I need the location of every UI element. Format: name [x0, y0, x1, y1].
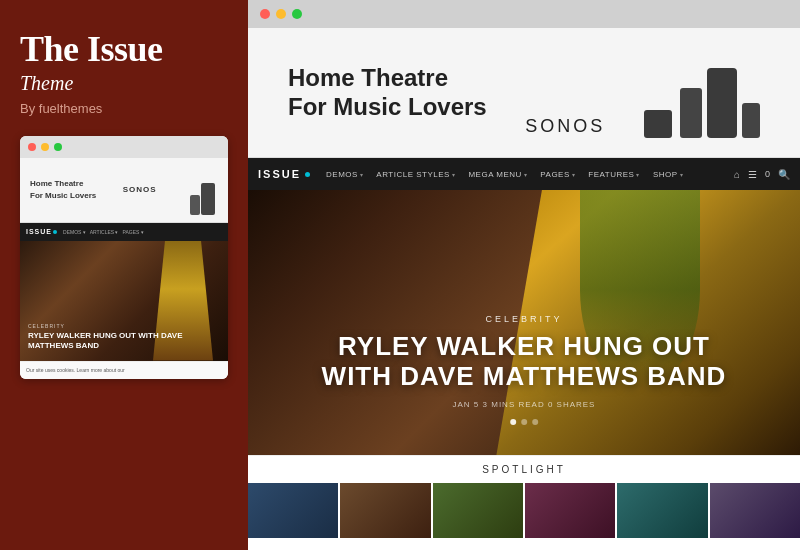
- hero-dot-3[interactable]: [532, 419, 538, 425]
- main-content: Home Theatre For Music Lovers SONOS ISSU…: [248, 0, 800, 550]
- thumb-1[interactable]: [248, 483, 340, 538]
- ad-brand-name: SONOS: [525, 116, 605, 137]
- hero-title: RYLEY WALKER HUNG OUT WITH DAVE MATTHEWS…: [303, 332, 745, 392]
- nav-item-shop-label: SHOP: [653, 170, 678, 179]
- mini-ad-device: [183, 165, 218, 215]
- mini-nav-dot: [53, 230, 57, 234]
- mini-dot-yellow: [41, 143, 49, 151]
- nav-pages-chevron: ▾: [572, 171, 576, 178]
- site-nav: ISSUE DEMOS ▾ ARTICLE STYLES ▾ MEGA MENU…: [248, 158, 800, 190]
- hero-category: CELEBRITY: [303, 314, 745, 324]
- nav-item-demos-label: DEMOS: [326, 170, 358, 179]
- mini-nav-link: DEMOS ▾: [63, 229, 86, 235]
- spotlight-label: SPOTLIGHT: [482, 464, 566, 475]
- nav-search-icon[interactable]: 🔍: [778, 169, 790, 180]
- nav-cart-icon[interactable]: ☰: [748, 169, 757, 180]
- nav-item-articles-label: ARTICLE STYLES: [376, 170, 450, 179]
- hero-dot-1[interactable]: [510, 419, 516, 425]
- ad-device-container: [644, 48, 760, 138]
- hero-dots: [303, 419, 745, 425]
- mini-hero: CELEBRITY RYLEY WALKER HUNG OUT WITH DAV…: [20, 241, 228, 361]
- mini-nav-link: ARTICLES ▾: [90, 229, 119, 235]
- speaker-main: [707, 68, 737, 138]
- nav-item-demos[interactable]: DEMOS ▾: [320, 170, 369, 179]
- hero-meta: JAN 5 3 MINS READ 0 SHARES: [303, 400, 745, 409]
- nav-shop-chevron: ▾: [680, 171, 684, 178]
- mini-cookie-bar: Our site uses cookies. Learn more about …: [20, 361, 228, 379]
- mini-nav-logo: ISSUE: [26, 228, 52, 235]
- nav-item-features-label: FEATURES: [588, 170, 634, 179]
- thumb-2[interactable]: [340, 483, 432, 538]
- mini-browser-preview: Home Theatre For Music Lovers SONOS ISSU…: [20, 136, 228, 379]
- mini-speaker-main: [201, 183, 215, 215]
- hero-dot-2[interactable]: [521, 419, 527, 425]
- mini-nav-link: PAGES ▾: [123, 229, 144, 235]
- theme-author: By fuelthemes: [20, 101, 228, 116]
- thumb-3[interactable]: [433, 483, 525, 538]
- nav-demos-chevron: ▾: [360, 171, 364, 178]
- nav-mega-chevron: ▾: [524, 171, 528, 178]
- hero-title-line1: RYLEY WALKER HUNG OUT: [303, 332, 745, 362]
- nav-item-articles[interactable]: ARTICLE STYLES ▾: [370, 170, 461, 179]
- nav-logo[interactable]: ISSUE: [258, 168, 301, 180]
- hero-title-line2: WITH DAVE MATTHEWS BAND: [303, 362, 745, 392]
- speaker-cube: [644, 110, 672, 138]
- speaker-small: [680, 88, 702, 138]
- nav-logo-dot: [305, 172, 310, 177]
- ad-title-line2: For Music Lovers: [288, 93, 487, 122]
- spotlight-bar: SPOTLIGHT: [248, 455, 800, 483]
- hero-section[interactable]: CELEBRITY RYLEY WALKER HUNG OUT WITH DAV…: [248, 190, 800, 455]
- mini-dot-green: [54, 143, 62, 151]
- browser-dot-green[interactable]: [292, 9, 302, 19]
- hero-overlay: CELEBRITY RYLEY WALKER HUNG OUT WITH DAV…: [303, 314, 745, 425]
- nav-item-pages-label: PAGES: [540, 170, 569, 179]
- mini-ad-text-2: For Music Lovers: [30, 190, 96, 201]
- nav-item-features[interactable]: FEATURES ▾: [582, 170, 646, 179]
- browser-content-area: Home Theatre For Music Lovers SONOS ISSU…: [248, 28, 800, 550]
- nav-cart-count: 0: [765, 169, 770, 179]
- thumb-4[interactable]: [525, 483, 617, 538]
- theme-subtitle: Theme: [20, 72, 228, 95]
- mini-nav-links: DEMOS ▾ ARTICLES ▾ PAGES ▾: [63, 229, 144, 235]
- nav-features-chevron: ▾: [636, 171, 640, 178]
- nav-right-icons: ⌂ ☰ 0 🔍: [734, 169, 790, 180]
- nav-items: DEMOS ▾ ARTICLE STYLES ▾ MEGA MENU ▾ PAG…: [320, 170, 734, 179]
- ad-left: Home Theatre For Music Lovers: [288, 64, 487, 122]
- browser-dot-yellow[interactable]: [276, 9, 286, 19]
- thumb-5[interactable]: [617, 483, 709, 538]
- ad-banner: Home Theatre For Music Lovers SONOS: [248, 28, 800, 158]
- thumb-6[interactable]: [710, 483, 800, 538]
- speaker-tiny: [742, 103, 760, 138]
- mini-hero-title: RYLEY WALKER HUNG OUT WITH DAVE MATTHEWS…: [28, 331, 220, 350]
- nav-item-mega[interactable]: MEGA MENU ▾: [462, 170, 533, 179]
- nav-articles-chevron: ▾: [452, 171, 456, 178]
- mini-hero-category: CELEBRITY: [28, 323, 220, 329]
- theme-title: The Issue: [20, 30, 228, 70]
- thumbnail-strip: [248, 483, 800, 538]
- browser-dot-red[interactable]: [260, 9, 270, 19]
- nav-item-shop[interactable]: SHOP ▾: [647, 170, 689, 179]
- browser-chrome: [248, 0, 800, 28]
- mini-nav-bar: ISSUE DEMOS ▾ ARTICLES ▾ PAGES ▾: [20, 223, 228, 241]
- mini-ad-banner: Home Theatre For Music Lovers SONOS: [20, 158, 228, 223]
- nav-item-pages[interactable]: PAGES ▾: [534, 170, 581, 179]
- mini-browser-bar: [20, 136, 228, 158]
- nav-item-mega-label: MEGA MENU: [468, 170, 521, 179]
- nav-home-icon[interactable]: ⌂: [734, 169, 740, 180]
- sidebar: The Issue Theme By fuelthemes Home Theat…: [0, 0, 248, 550]
- mini-ad-brand: SONOS: [123, 185, 157, 194]
- ad-title-line1: Home Theatre: [288, 64, 487, 93]
- mini-cookie-text: Our site uses cookies. Learn more about …: [26, 367, 125, 373]
- mini-hero-overlay: CELEBRITY RYLEY WALKER HUNG OUT WITH DAV…: [28, 323, 220, 350]
- mini-ad-text-1: Home Theatre: [30, 178, 96, 189]
- mini-speaker-small: [190, 195, 200, 215]
- mini-dot-red: [28, 143, 36, 151]
